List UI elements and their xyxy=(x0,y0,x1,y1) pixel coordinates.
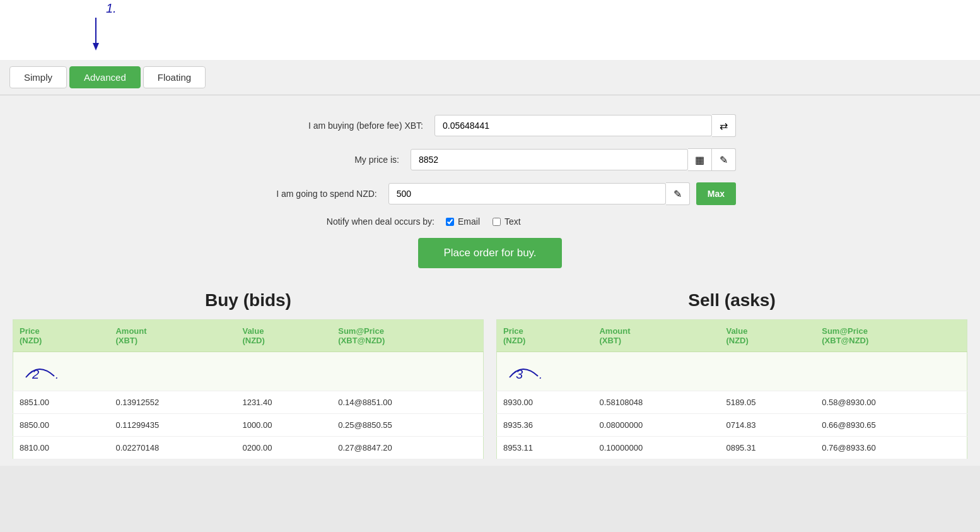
price-row: My price is: ▦ ✎ xyxy=(244,148,736,171)
sell-table: Price(NZD) Amount(XBT) Value(NZD) Sum@Pr… xyxy=(496,319,967,459)
buy-table-title: Buy (bids) xyxy=(13,287,484,310)
buy-col-price: Price(NZD) xyxy=(13,320,110,352)
sell-sum-1: 0.58@8930.00 xyxy=(815,391,967,414)
buy-sum-2: 0.25@8850.55 xyxy=(332,414,483,437)
edit-spend-button[interactable]: ✎ xyxy=(666,182,690,205)
sell-price-3: 8953.11 xyxy=(497,437,593,459)
sell-table-section: Sell (asks) Price(NZD) Amount(XBT) Value… xyxy=(496,287,967,459)
spend-input-group: ✎ Max xyxy=(388,182,736,205)
tabs-bar: Simply Advanced Floating xyxy=(0,60,980,95)
buy-amount-3: 0.02270148 xyxy=(109,437,236,459)
buy-value-3: 0200.00 xyxy=(236,437,332,459)
sell-col-sum: Sum@Price(XBT@NZD) xyxy=(815,320,967,352)
price-input-group: ▦ ✎ xyxy=(411,148,736,171)
svg-text:2: 2 xyxy=(32,367,39,381)
svg-marker-2 xyxy=(93,43,99,50)
spend-input[interactable] xyxy=(388,183,666,204)
edit-price-button[interactable]: ✎ xyxy=(712,148,736,171)
swap-icon-button[interactable]: ⇄ xyxy=(712,114,736,137)
buy-col-amount: Amount(XBT) xyxy=(109,320,236,352)
notify-options: Email Text xyxy=(446,216,521,227)
svg-text:.: . xyxy=(539,369,542,381)
buy-col-value: Value(NZD) xyxy=(236,320,332,352)
buying-input[interactable] xyxy=(435,115,712,136)
email-label: Email xyxy=(458,216,480,227)
table-row: 8851.00 0.13912552 1231.40 0.14@8851.00 xyxy=(13,391,484,414)
spend-label: I am going to spend NZD: xyxy=(244,189,388,199)
tab-simply[interactable]: Simply xyxy=(9,66,67,88)
buy-table-header-row: Price(NZD) Amount(XBT) Value(NZD) Sum@Pr… xyxy=(13,320,484,352)
price-label: My price is: xyxy=(244,155,411,165)
buy-value-1: 1231.40 xyxy=(236,391,332,414)
table-row: 8850.00 0.11299435 1000.00 0.25@8850.55 xyxy=(13,414,484,437)
sell-sum-2: 0.66@8930.65 xyxy=(815,414,967,437)
buying-input-group: ⇄ xyxy=(435,114,736,137)
place-order-row: Place order for buy. xyxy=(244,238,736,268)
table-row: 8930.00 0.58108048 5189.05 0.58@8930.00 xyxy=(497,391,967,414)
sell-annotation-row: . 3 xyxy=(497,352,967,391)
buy-table: Price(NZD) Amount(XBT) Value(NZD) Sum@Pr… xyxy=(13,319,484,459)
sell-amount-1: 0.58108048 xyxy=(593,391,720,414)
sell-amount-2: 0.08000000 xyxy=(593,414,720,437)
buy-price-1: 8851.00 xyxy=(13,391,110,414)
email-checkbox[interactable] xyxy=(446,218,454,226)
price-input[interactable] xyxy=(411,149,688,170)
buy-price-2: 8850.00 xyxy=(13,414,110,437)
sell-amount-3: 0.10000000 xyxy=(593,437,720,459)
sell-annotation-cell: . 3 xyxy=(497,352,967,391)
sell-value-3: 0895.31 xyxy=(720,437,815,459)
text-checkbox[interactable] xyxy=(493,218,501,226)
sell-table-title: Sell (asks) xyxy=(496,287,967,310)
svg-text:1.: 1. xyxy=(106,1,117,15)
svg-text:.: . xyxy=(55,369,59,381)
sell-sum-3: 0.76@8933.60 xyxy=(815,437,967,459)
main-content: I am buying (before fee) XBT: ⇄ My price… xyxy=(0,95,980,466)
annotation-area: 1. xyxy=(0,0,980,60)
svg-text:3: 3 xyxy=(516,367,523,381)
tab-floating[interactable]: Floating xyxy=(143,66,206,88)
buy-col-sum: Sum@Price(XBT@NZD) xyxy=(332,320,483,352)
buy-annotation-cell: . 2 xyxy=(13,352,484,391)
calendar-icon-button[interactable]: ▦ xyxy=(688,148,712,171)
buy-amount-2: 0.11299435 xyxy=(109,414,236,437)
buy-table-section: Buy (bids) Price(NZD) Amount(XBT) Value(… xyxy=(13,287,484,459)
table-row: 8810.00 0.02270148 0200.00 0.27@8847.20 xyxy=(13,437,484,459)
tab-advanced[interactable]: Advanced xyxy=(69,66,141,88)
buy-annotation-row: . 2 xyxy=(13,352,484,391)
sell-value-1: 5189.05 xyxy=(720,391,815,414)
notify-label: Notify when deal occurs by: xyxy=(244,216,446,227)
sell-col-value: Value(NZD) xyxy=(720,320,815,352)
order-form: I am buying (before fee) XBT: ⇄ My price… xyxy=(244,114,736,268)
buying-label: I am buying (before fee) XBT: xyxy=(244,121,435,131)
buy-amount-1: 0.13912552 xyxy=(109,391,236,414)
table-row: 8935.36 0.08000000 0714.83 0.66@8930.65 xyxy=(497,414,967,437)
text-label: Text xyxy=(505,216,521,227)
place-order-button[interactable]: Place order for buy. xyxy=(418,238,561,268)
notify-row: Notify when deal occurs by: Email Text xyxy=(244,216,736,227)
sell-table-header-row: Price(NZD) Amount(XBT) Value(NZD) Sum@Pr… xyxy=(497,320,967,352)
spend-row: I am going to spend NZD: ✎ Max xyxy=(244,182,736,205)
buy-value-2: 1000.00 xyxy=(236,414,332,437)
email-option[interactable]: Email xyxy=(446,216,480,227)
buy-price-3: 8810.00 xyxy=(13,437,110,459)
tables-section: Buy (bids) Price(NZD) Amount(XBT) Value(… xyxy=(0,287,980,459)
sell-col-amount: Amount(XBT) xyxy=(593,320,720,352)
buying-row: I am buying (before fee) XBT: ⇄ xyxy=(244,114,736,137)
max-button[interactable]: Max xyxy=(696,182,736,205)
buy-sum-1: 0.14@8851.00 xyxy=(332,391,483,414)
sell-value-2: 0714.83 xyxy=(720,414,815,437)
sell-price-1: 8930.00 xyxy=(497,391,593,414)
sell-col-price: Price(NZD) xyxy=(497,320,593,352)
text-option[interactable]: Text xyxy=(493,216,521,227)
sell-price-2: 8935.36 xyxy=(497,414,593,437)
buy-sum-3: 0.27@8847.20 xyxy=(332,437,483,459)
table-row: 8953.11 0.10000000 0895.31 0.76@8933.60 xyxy=(497,437,967,459)
